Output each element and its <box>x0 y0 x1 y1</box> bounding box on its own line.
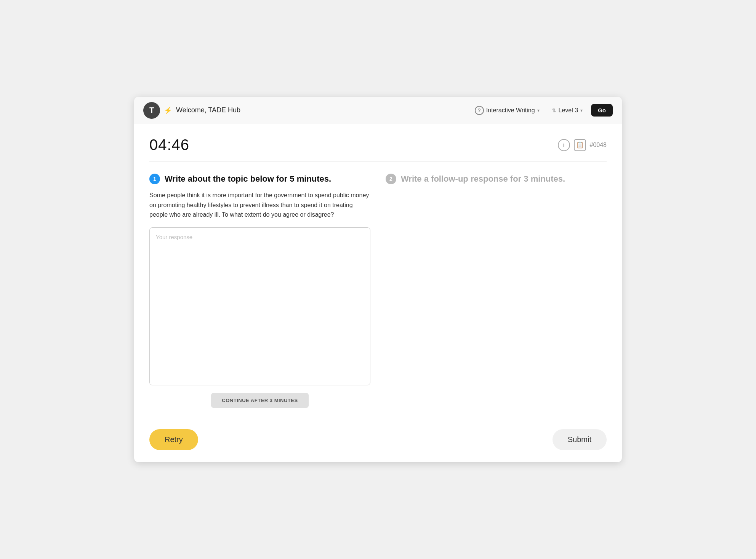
continue-btn-wrapper: CONTINUE AFTER 3 MINUTES <box>149 393 370 408</box>
task-1-badge: 1 <box>149 174 160 184</box>
sort-icon: ⇅ <box>552 107 556 113</box>
level-chevron-icon: ▾ <box>580 108 583 113</box>
submit-button[interactable]: Submit <box>553 429 607 450</box>
tasks-row: 1 Write about the topic below for 5 minu… <box>149 174 607 408</box>
welcome-text: Welcome, TADE Hub <box>176 106 240 114</box>
activity-label: Interactive Writing <box>486 107 535 114</box>
main-content: 04:46 i 📋 #0048 1 Write about the topic … <box>134 124 622 420</box>
task-1-title: Write about the topic below for 5 minute… <box>165 174 331 184</box>
avatar: T <box>143 102 160 119</box>
task-2-badge: 2 <box>386 174 396 184</box>
retry-button[interactable]: Retry <box>149 429 198 450</box>
continue-button[interactable]: CONTINUE AFTER 3 MINUTES <box>211 393 308 408</box>
timer-display: 04:46 <box>149 136 189 153</box>
navbar-right: ? Interactive Writing ▾ ⇅ Level 3 ▾ Go <box>471 104 613 117</box>
activity-chevron-icon: ▾ <box>537 108 540 113</box>
timer-actions: i 📋 #0048 <box>558 139 607 151</box>
help-icon: ? <box>475 106 484 115</box>
level-label: Level 3 <box>559 107 578 114</box>
clipboard-button[interactable]: 📋 <box>574 139 586 151</box>
response-textarea[interactable] <box>149 227 370 385</box>
task-1-section: 1 Write about the topic below for 5 minu… <box>149 174 370 408</box>
task-2-section: 2 Write a follow-up response for 3 minut… <box>386 174 607 408</box>
go-button[interactable]: Go <box>591 104 613 117</box>
task-2-header: 2 Write a follow-up response for 3 minut… <box>386 174 607 184</box>
activity-dropdown[interactable]: ? Interactive Writing ▾ <box>471 104 543 117</box>
navbar: T ⚡ Welcome, TADE Hub ? Interactive Writ… <box>134 97 622 124</box>
lightning-icon: ⚡ <box>164 106 172 115</box>
level-dropdown[interactable]: ⇅ Level 3 ▾ <box>548 105 587 116</box>
task-1-prompt: Some people think it is more important f… <box>149 190 370 220</box>
app-window: T ⚡ Welcome, TADE Hub ? Interactive Writ… <box>134 97 622 462</box>
bottom-bar: Retry Submit <box>134 420 622 462</box>
timer-row: 04:46 i 📋 #0048 <box>149 136 607 153</box>
divider <box>149 161 607 161</box>
task-2-title: Write a follow-up response for 3 minutes… <box>401 174 565 184</box>
task-1-header: 1 Write about the topic below for 5 minu… <box>149 174 370 184</box>
clipboard-icon: 📋 <box>576 141 584 149</box>
question-id: #0048 <box>590 142 607 149</box>
navbar-left: T ⚡ Welcome, TADE Hub <box>143 102 465 119</box>
info-button[interactable]: i <box>558 139 570 151</box>
